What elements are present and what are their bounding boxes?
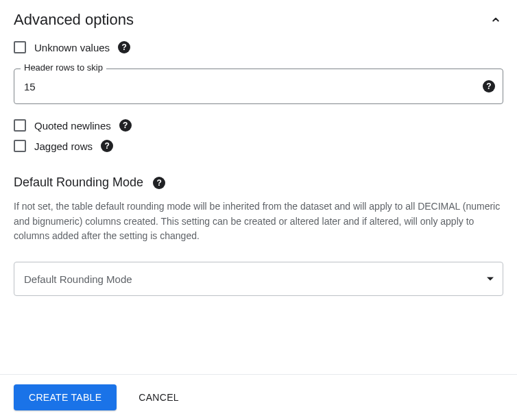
header-rows-input[interactable] <box>14 69 503 104</box>
jagged-rows-checkbox[interactable] <box>14 140 26 152</box>
unknown-values-checkbox[interactable] <box>14 41 26 53</box>
unknown-values-label: Unknown values <box>34 42 110 53</box>
cancel-button[interactable]: CANCEL <box>139 392 179 403</box>
jagged-rows-row: Jagged rows ? <box>14 140 503 152</box>
quoted-newlines-label: Quoted newlines <box>34 120 111 132</box>
rounding-mode-description: If not set, the table default rounding m… <box>14 199 503 244</box>
help-icon[interactable]: ? <box>483 80 495 92</box>
create-table-button[interactable]: CREATE TABLE <box>14 384 117 410</box>
help-icon[interactable]: ? <box>119 119 132 132</box>
unknown-values-row: Unknown values ? <box>14 41 503 53</box>
header-rows-field: Header rows to skip ? <box>14 69 503 104</box>
rounding-mode-select[interactable]: Default Rounding Mode <box>14 262 503 296</box>
rounding-mode-selected: Default Rounding Mode <box>24 273 132 285</box>
caret-down-icon <box>487 277 494 281</box>
quoted-newlines-row: Quoted newlines ? <box>14 119 503 132</box>
help-icon[interactable]: ? <box>101 140 113 152</box>
rounding-mode-header: Default Rounding Mode ? <box>14 175 503 190</box>
quoted-newlines-checkbox[interactable] <box>14 119 26 132</box>
help-icon[interactable]: ? <box>118 41 130 53</box>
footer: CREATE TABLE CANCEL <box>0 374 517 420</box>
rounding-mode-title: Default Rounding Mode <box>14 175 143 190</box>
section-title: Advanced options <box>14 11 134 29</box>
header-rows-label: Header rows to skip <box>21 62 106 73</box>
help-icon[interactable]: ? <box>153 177 165 189</box>
chevron-up-icon[interactable] <box>488 12 503 27</box>
jagged-rows-label: Jagged rows <box>34 140 93 152</box>
advanced-options-header[interactable]: Advanced options <box>14 11 503 29</box>
